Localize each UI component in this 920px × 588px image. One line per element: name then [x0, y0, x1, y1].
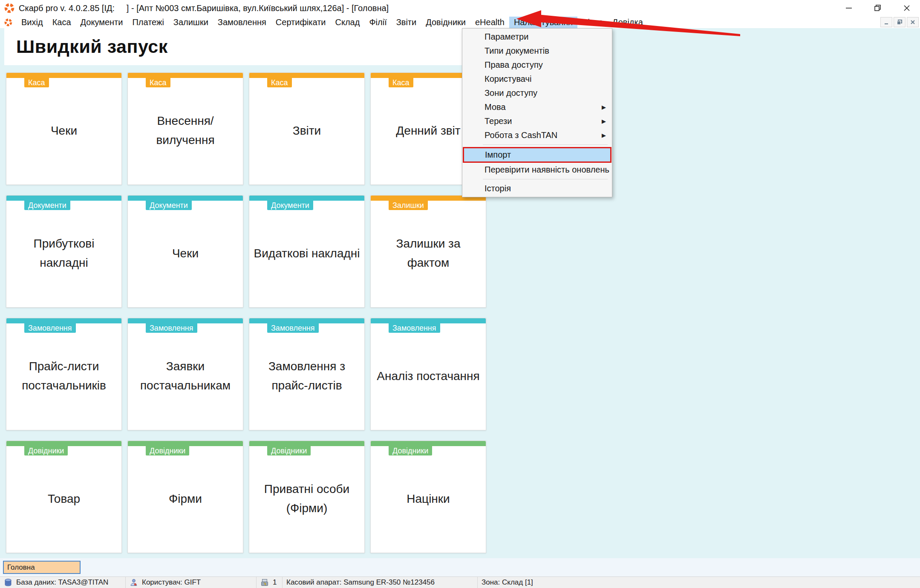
dropdown-item-label: Терези	[485, 116, 512, 126]
title-bar: Скарб pro v. 4.0.2.85 [ІД: ] - [Апт №003…	[0, 0, 920, 16]
tile-label: Аналіз постачання	[375, 325, 482, 427]
tile-category-strip	[128, 73, 243, 78]
tile-внесення-вилучення[interactable]: КасаВнесення/вилучення	[127, 72, 243, 185]
tile-замовлення-з-прайс-листів[interactable]: ЗамовленняЗамовлення з прайс-листів	[249, 318, 365, 430]
dropdown-separator	[483, 179, 608, 179]
dropdown-item-label: Зони доступу	[485, 88, 537, 98]
mdi-close-button[interactable]	[907, 17, 919, 27]
tile-фірми[interactable]: ДовідникиФірми	[127, 441, 243, 553]
user-icon	[130, 578, 138, 587]
quick-launch-banner: Швидкий запуск	[4, 28, 462, 65]
status-section-4: Зона: Склад [1]	[478, 577, 657, 588]
tile-label: Видаткові накладні	[254, 202, 360, 305]
tile-заявки-постачальникам[interactable]: ЗамовленняЗаявки постачальникам	[127, 318, 243, 430]
tile-category-strip	[128, 441, 243, 446]
tile-label: Прибуткові накладні	[11, 202, 117, 305]
menu-item-довідники[interactable]: Довідники	[421, 17, 470, 28]
tile-звіти[interactable]: КасаЗвіти	[249, 72, 365, 185]
dropdown-item-права-доступу[interactable]: Права доступу	[462, 58, 612, 72]
dropdown-item-терези[interactable]: Терези▶	[462, 114, 612, 128]
menu-item-склад[interactable]: Склад	[331, 17, 365, 28]
menu-item-ehealth[interactable]: eHealth	[470, 17, 509, 28]
tile-label: Чеки	[132, 202, 239, 305]
dropdown-item-історія[interactable]: Історія	[462, 182, 612, 196]
window-title: Скарб pro v. 4.0.2.85 [ІД: ] - [Апт №003…	[19, 3, 389, 13]
settings-dropdown-menu: ПараметриТипи документівПрава доступуКор…	[462, 28, 612, 197]
tile-аналіз-постачання[interactable]: ЗамовленняАналіз постачання	[370, 318, 486, 430]
status-text: Зона: Склад [1]	[482, 578, 533, 587]
tile-category-strip	[371, 318, 486, 323]
mdi-restore-button[interactable]	[894, 17, 906, 27]
menu-item-вихід[interactable]: Вихід	[17, 17, 48, 28]
dropdown-item-label: Історія	[485, 184, 511, 193]
tile-category-strip	[6, 196, 121, 201]
menu-item-каса[interactable]: Каса	[48, 17, 76, 28]
menu-item-платежі[interactable]: Платежі	[127, 17, 168, 28]
status-text: Касовий апарат: Samsung ER-350 №123456	[286, 578, 435, 587]
tile-чеки[interactable]: КасаЧеки	[6, 72, 122, 185]
menu-item-звіти[interactable]: Звіти	[392, 17, 421, 28]
status-section-3: Касовий апарат: Samsung ER-350 №123456	[283, 577, 477, 588]
dropdown-item-імпорт[interactable]: Імпорт	[463, 147, 611, 163]
app-logo-icon	[4, 3, 14, 13]
tile-видаткові-накладні[interactable]: ДокументиВидаткові накладні	[249, 195, 365, 308]
minimize-button[interactable]	[842, 2, 856, 14]
tile-приватні-особи-фірми[interactable]: ДовідникиПриватні особи (Фірми)	[249, 441, 365, 553]
tile-прайс-листи-постачальників[interactable]: ЗамовленняПрайс-листи постачальників	[6, 318, 122, 430]
mdi-child-icon	[4, 18, 12, 26]
tile-label: Прайс-листи постачальників	[11, 325, 117, 427]
tile-category-strip	[249, 73, 364, 78]
tile-category-strip	[249, 441, 364, 446]
dropdown-item-користувачі[interactable]: Користувачі	[462, 72, 612, 86]
cash-register-icon	[260, 578, 269, 587]
mdi-restore-icon	[897, 19, 903, 25]
status-section-0: База даних: TASA3@TITAN	[0, 577, 125, 588]
menu-item-вікно[interactable]: Вікно	[577, 17, 608, 28]
tile-label: Чеки	[11, 80, 117, 182]
menu-item-документи[interactable]: Документи	[76, 17, 128, 28]
tile-category-strip	[6, 73, 121, 78]
tile-category-strip	[6, 441, 121, 446]
dropdown-item-типи-документів[interactable]: Типи документів	[462, 44, 612, 58]
dropdown-item-робота-з-cashtan[interactable]: Робота з CashTAN▶	[462, 128, 612, 142]
status-section-1: Користувач: GIFT	[126, 577, 256, 588]
mdi-window-controls	[880, 17, 919, 27]
dropdown-item-label: Перевірити наявність оновлень	[485, 165, 609, 175]
menu-item-замовлення[interactable]: Замовлення	[213, 17, 271, 28]
menu-item-залишки[interactable]: Залишки	[169, 17, 213, 28]
tile-label: Заявки постачальникам	[132, 325, 239, 427]
tile-чеки[interactable]: ДокументиЧеки	[127, 195, 243, 308]
tab-home[interactable]: Головна	[3, 561, 81, 574]
tile-товар[interactable]: ДовідникиТовар	[6, 441, 122, 553]
tile-залишки-за-фактом[interactable]: ЗалишкиЗалишки за фактом	[370, 195, 486, 308]
dropdown-item-label: Робота з CashTAN	[485, 130, 557, 140]
menu-item-філії[interactable]: Філії	[364, 17, 391, 28]
submenu-arrow-icon: ▶	[602, 118, 606, 124]
menu-item-налаштування[interactable]: Налаштування	[509, 17, 577, 28]
menu-item-сертифікати[interactable]: Сертифікати	[271, 17, 331, 28]
tile-category-strip	[249, 196, 364, 201]
mdi-close-icon	[910, 19, 916, 25]
status-text: База даних: TASA3@TITAN	[16, 578, 108, 587]
restore-button[interactable]	[871, 2, 885, 14]
status-bar: База даних: TASA3@TITANКористувач: GIFT1…	[0, 576, 920, 588]
minimize-icon	[845, 4, 853, 12]
tile-націнки[interactable]: ДовідникиНацінки	[370, 441, 486, 553]
restore-icon	[874, 4, 882, 12]
close-button[interactable]	[900, 2, 914, 14]
dropdown-item-параметри[interactable]: Параметри	[462, 30, 612, 44]
dropdown-item-зони-доступу[interactable]: Зони доступу	[462, 86, 612, 100]
tile-category-strip	[249, 318, 364, 323]
tile-label: Звіти	[254, 80, 360, 182]
dropdown-item-перевірити-наявність-оновлень[interactable]: Перевірити наявність оновлень	[462, 163, 612, 177]
submenu-arrow-icon: ▶	[602, 104, 606, 110]
dropdown-item-label: Користувачі	[485, 74, 531, 84]
menu-bar: ВихідКасаДокументиПлатежіЗалишкиЗамовлен…	[0, 16, 920, 28]
page-title: Швидкий запуск	[16, 36, 168, 57]
status-text: Користувач: GIFT	[142, 578, 201, 587]
menu-item-довідка[interactable]: Довідка	[608, 17, 648, 28]
mdi-minimize-button[interactable]	[880, 17, 892, 27]
dropdown-item-мова[interactable]: Мова▶	[462, 100, 612, 114]
tile-label: Залишки за фактом	[375, 202, 482, 305]
tile-прибуткові-накладні[interactable]: ДокументиПрибуткові накладні	[6, 195, 122, 308]
